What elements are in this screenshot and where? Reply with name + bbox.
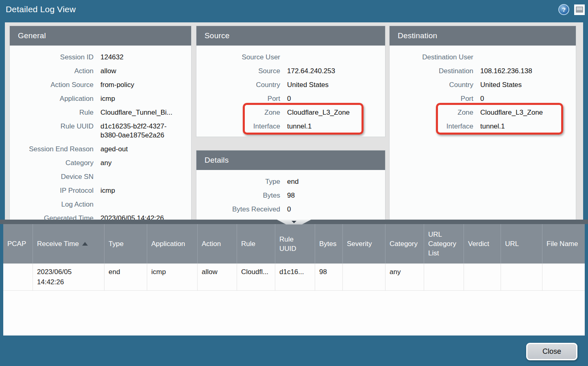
sort-ascending-icon bbox=[82, 242, 88, 246]
log-detail-content: General Session ID 124632 Action allow A… bbox=[5, 22, 583, 220]
field-value: 172.64.240.253 bbox=[287, 67, 385, 76]
field-value bbox=[480, 53, 576, 62]
cell-file-name bbox=[542, 264, 585, 291]
field-row-destination-country: Country United States bbox=[390, 78, 576, 92]
cell-category: any bbox=[385, 264, 424, 291]
field-label: IP Protocol bbox=[10, 186, 94, 195]
field-row-source: Source 172.64.240.253 bbox=[196, 64, 385, 78]
source-panel-header: Source bbox=[196, 26, 385, 46]
destination-zone-interface-group: Zone Cloudflare_L3_Zone Interface tunnel… bbox=[390, 106, 576, 133]
splitter-collapse-handle[interactable] bbox=[277, 220, 311, 224]
field-label: Session End Reason bbox=[10, 145, 94, 154]
field-row-destination-zone: Zone Cloudflare_L3_Zone bbox=[390, 106, 576, 120]
column-header-rule[interactable]: Rule bbox=[237, 224, 275, 264]
field-value: 124632 bbox=[100, 53, 191, 62]
titlebar: Detailed Log View ? bbox=[0, 0, 588, 19]
field-label: Rule UUID bbox=[10, 122, 94, 140]
field-value: icmp bbox=[100, 94, 191, 103]
cell-action: allow bbox=[198, 264, 237, 291]
field-row-action: Action allow bbox=[10, 64, 191, 78]
column-header-bytes[interactable]: Bytes bbox=[315, 224, 343, 264]
column-header-action[interactable]: Action bbox=[198, 224, 237, 264]
field-value: 2023/06/05 14:42:26 bbox=[100, 214, 191, 220]
cell-severity bbox=[343, 264, 385, 291]
source-zone-interface-group: Zone Cloudflare_L3_Zone Interface tunnel… bbox=[196, 106, 385, 133]
field-label: Bytes bbox=[196, 191, 280, 200]
field-row-category: Category any bbox=[10, 156, 191, 170]
column-header-url[interactable]: URL bbox=[501, 224, 542, 264]
cell-rule: Cloudfl... bbox=[237, 264, 275, 291]
field-value: 0 bbox=[287, 94, 385, 103]
field-value bbox=[287, 53, 385, 62]
chevron-down-icon bbox=[292, 221, 296, 223]
titlebar-icons: ? bbox=[558, 4, 585, 15]
field-value bbox=[100, 200, 191, 209]
field-row-session-id: Session ID 124632 bbox=[10, 50, 191, 64]
destination-panel-header: Destination bbox=[390, 26, 576, 46]
field-value: 98 bbox=[287, 191, 385, 200]
column-header-receive-time[interactable]: Receive Time bbox=[33, 224, 105, 264]
column-header-url-category-list[interactable]: URL Category List bbox=[424, 224, 464, 264]
field-label: Source bbox=[196, 67, 280, 76]
table-row[interactable]: 2023/06/05 14:42:26 end icmp allow Cloud… bbox=[3, 264, 585, 291]
field-row-generated-time: Generated Time 2023/06/05 14:42:26 bbox=[10, 211, 191, 220]
field-row-destination: Destination 108.162.236.138 bbox=[390, 64, 576, 78]
general-panel-header: General bbox=[10, 26, 191, 46]
field-label: Port bbox=[390, 94, 473, 103]
cell-verdict bbox=[464, 264, 501, 291]
cell-bytes: 98 bbox=[315, 264, 343, 291]
column-header-verdict[interactable]: Verdict bbox=[464, 224, 501, 264]
general-panel-body: Session ID 124632 Action allow Action So… bbox=[10, 46, 191, 220]
column-header-category[interactable]: Category bbox=[385, 224, 424, 264]
destination-panel: Destination Destination User Destination… bbox=[390, 26, 576, 220]
cell-pcap bbox=[3, 264, 33, 291]
field-row-rule: Rule Cloudflare_Tunnel_Bi... bbox=[10, 106, 191, 120]
field-row-source-country: Country United States bbox=[196, 78, 385, 92]
field-label: Port bbox=[196, 94, 280, 103]
field-label: Interface bbox=[390, 122, 473, 131]
field-value: any bbox=[100, 159, 191, 168]
cell-application: icmp bbox=[147, 264, 198, 291]
destination-panel-body: Destination User Destination 108.162.236… bbox=[390, 46, 576, 133]
field-row-source-port: Port 0 bbox=[196, 92, 385, 106]
field-label: Destination bbox=[390, 67, 473, 76]
log-table: PCAP Receive Time Type Application Actio… bbox=[3, 224, 585, 336]
cell-rule-uuid: d1c16... bbox=[275, 264, 315, 291]
cell-type: end bbox=[105, 264, 147, 291]
details-panel-header: Details bbox=[196, 150, 385, 170]
details-panel-body: Type end Bytes 98 Bytes Received 0 bbox=[196, 170, 385, 216]
field-row-bytes: Bytes 98 bbox=[196, 189, 385, 203]
column-header-rule-uuid[interactable]: Rule UUID bbox=[275, 224, 315, 264]
window-restore-glyph bbox=[576, 7, 583, 13]
column-header-application[interactable]: Application bbox=[147, 224, 198, 264]
field-row-rule-uuid: Rule UUID d1c16235-b2f2-4327-b380-0ae187… bbox=[10, 120, 191, 142]
window-restore-icon[interactable] bbox=[574, 4, 585, 15]
field-label: Country bbox=[196, 81, 280, 89]
column-header-pcap[interactable]: PCAP bbox=[3, 224, 33, 264]
column-header-severity[interactable]: Severity bbox=[343, 224, 385, 264]
page-title: Detailed Log View bbox=[6, 4, 76, 14]
cell-url-category-list bbox=[424, 264, 464, 291]
field-value: 108.162.236.138 bbox=[480, 67, 576, 76]
close-button[interactable]: Close bbox=[526, 343, 577, 360]
field-value: Cloudflare_Tunnel_Bi... bbox=[100, 108, 191, 117]
field-row-action-source: Action Source from-policy bbox=[10, 78, 191, 92]
cell-receive-time: 2023/06/05 14:42:26 bbox=[33, 264, 105, 291]
field-label: Action Source bbox=[10, 81, 94, 89]
field-row-device-sn: Device SN bbox=[10, 170, 191, 184]
field-row-bytes-received: Bytes Received 0 bbox=[196, 203, 385, 216]
panel-table-splitter bbox=[0, 220, 588, 224]
field-value: aged-out bbox=[100, 145, 191, 154]
source-panel-body: Source User Source 172.64.240.253 Countr… bbox=[196, 46, 385, 133]
field-value: Cloudflare_L3_Zone bbox=[287, 108, 385, 117]
field-row-type: Type end bbox=[196, 175, 385, 189]
help-icon[interactable]: ? bbox=[558, 4, 569, 15]
field-label: Interface bbox=[196, 122, 280, 131]
column-header-type[interactable]: Type bbox=[105, 224, 147, 264]
field-row-source-interface: Interface tunnel.1 bbox=[196, 120, 385, 133]
field-row-session-end-reason: Session End Reason aged-out bbox=[10, 142, 191, 156]
field-label: Bytes Received bbox=[196, 205, 280, 214]
field-value: end bbox=[287, 177, 385, 186]
field-label: Log Action bbox=[10, 200, 94, 209]
column-header-file-name[interactable]: File Name bbox=[542, 224, 585, 264]
